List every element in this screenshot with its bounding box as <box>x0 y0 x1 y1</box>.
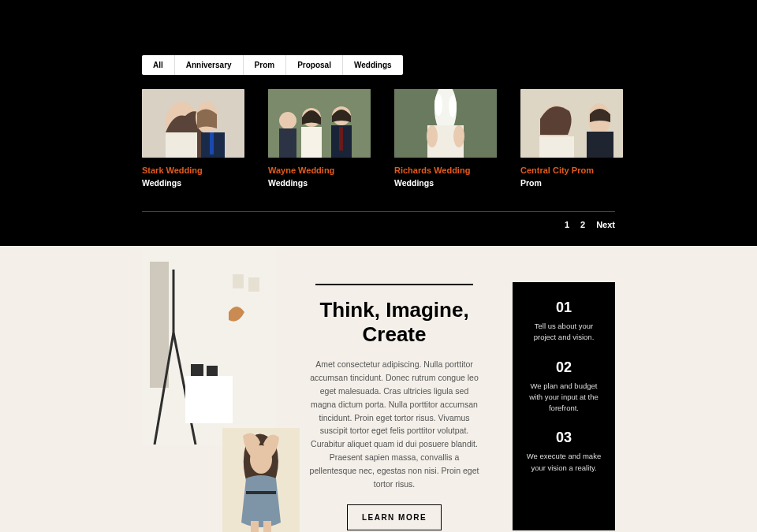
about-rule <box>315 284 473 285</box>
step-text: Tell us about your project and vision. <box>524 321 604 344</box>
portfolio-thumbnail <box>268 89 371 158</box>
step-text: We execute and make your vision a realit… <box>524 451 604 474</box>
portfolio-category: Weddings <box>268 178 371 188</box>
about-section: Think, Imagine, Create Amet consectetur … <box>0 246 757 530</box>
portfolio-grid: Stark Wedding Weddings Wayne Weddin <box>142 89 615 188</box>
portfolio-thumbnail <box>520 89 623 158</box>
portfolio-title: Wayne Wedding <box>268 166 371 175</box>
portfolio-divider <box>142 211 615 212</box>
about-images <box>142 246 276 530</box>
pagination: 1 2 Next <box>142 220 615 229</box>
svg-point-19 <box>427 125 438 147</box>
portfolio-card[interactable]: Central City Prom Prom <box>520 89 623 188</box>
svg-rect-35 <box>248 277 259 292</box>
filter-tabs: All Anniversary Prom Proposal Weddings <box>142 55 403 75</box>
svg-rect-25 <box>587 132 613 158</box>
svg-point-17 <box>449 95 457 117</box>
about-body: Amet consectetur adipiscing. Nulla portt… <box>308 358 481 490</box>
svg-rect-34 <box>233 274 244 288</box>
svg-rect-39 <box>251 521 259 532</box>
filter-proposal[interactable]: Proposal <box>286 55 343 75</box>
portfolio-category: Weddings <box>142 178 244 188</box>
portfolio-title: Central City Prom <box>520 166 623 175</box>
learn-more-button[interactable]: LEARN MORE <box>347 504 442 530</box>
page-next[interactable]: Next <box>596 220 615 229</box>
portfolio-category: Prom <box>520 178 623 188</box>
portfolio-title: Stark Wedding <box>142 166 244 175</box>
steps-panel: 01 Tell us about your project and vision… <box>513 282 615 530</box>
svg-point-16 <box>434 94 442 116</box>
step-number: 02 <box>524 359 604 376</box>
filter-weddings[interactable]: Weddings <box>343 55 403 75</box>
svg-rect-23 <box>539 136 574 158</box>
svg-rect-10 <box>301 127 322 158</box>
portfolio-card[interactable]: Wayne Wedding Weddings <box>268 89 371 188</box>
svg-rect-40 <box>263 521 271 532</box>
svg-rect-5 <box>166 132 197 158</box>
svg-rect-32 <box>191 364 203 376</box>
portfolio-title: Richards Wedding <box>394 166 497 175</box>
svg-rect-4 <box>210 132 214 154</box>
page-2[interactable]: 2 <box>580 220 585 229</box>
model-image <box>222 428 300 532</box>
portfolio-thumbnail <box>142 89 244 158</box>
studio-image <box>142 246 276 445</box>
filter-prom[interactable]: Prom <box>244 55 287 75</box>
step-1: 01 Tell us about your project and vision… <box>524 299 604 344</box>
svg-rect-33 <box>207 366 218 376</box>
svg-rect-31 <box>185 376 233 423</box>
about-heading: Think, Imagine, Create <box>300 298 489 347</box>
portfolio-thumbnail <box>394 89 497 158</box>
svg-point-7 <box>279 112 296 129</box>
step-number: 01 <box>524 299 604 316</box>
svg-rect-8 <box>279 128 296 158</box>
page-1[interactable]: 1 <box>565 220 569 229</box>
about-content: Think, Imagine, Create Amet consectetur … <box>300 246 489 530</box>
svg-rect-13 <box>339 127 343 151</box>
portfolio-section: All Anniversary Prom Proposal Weddings S… <box>0 0 757 246</box>
step-text: We plan and budget with your input at th… <box>524 381 604 415</box>
step-number: 03 <box>524 430 604 446</box>
portfolio-card[interactable]: Stark Wedding Weddings <box>142 89 244 188</box>
step-3: 03 We execute and make your vision a rea… <box>524 430 604 474</box>
svg-point-20 <box>453 125 464 147</box>
filter-all[interactable]: All <box>142 55 175 75</box>
portfolio-card[interactable]: Richards Wedding Weddings <box>394 89 497 188</box>
step-2: 02 We plan and budget with your input at… <box>524 359 604 415</box>
filter-anniversary[interactable]: Anniversary <box>175 55 244 75</box>
svg-rect-27 <box>150 262 169 388</box>
svg-rect-38 <box>246 491 276 494</box>
portfolio-category: Weddings <box>394 178 497 188</box>
